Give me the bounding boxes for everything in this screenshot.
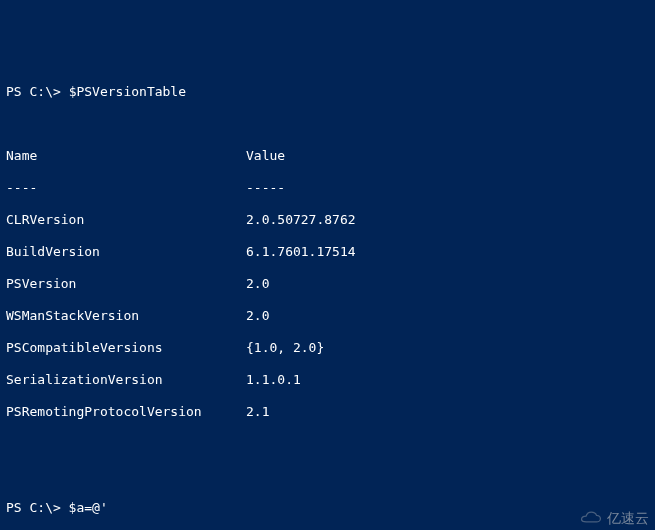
prompt-line: PS C:\> $PSVersionTable xyxy=(6,84,649,100)
watermark: 亿速云 xyxy=(577,510,649,526)
watermark-text: 亿速云 xyxy=(607,510,649,526)
blank-line xyxy=(6,116,649,132)
table-header: NameValue xyxy=(6,148,649,164)
table-row: CLRVersion2.0.50727.8762 xyxy=(6,212,649,228)
output-line: PS C:\> $a=@' xyxy=(6,500,649,516)
cloud-icon xyxy=(577,510,603,526)
output-line xyxy=(6,436,649,452)
table-row: SerializationVersion1.1.0.1 xyxy=(6,372,649,388)
output-line xyxy=(6,468,649,484)
table-row: PSCompatibleVersions{1.0, 2.0} xyxy=(6,340,649,356)
table-header-underline: --------- xyxy=(6,180,649,196)
table-row: PSRemotingProtocolVersion2.1 xyxy=(6,404,649,420)
table-row: PSVersion2.0 xyxy=(6,276,649,292)
table-row: BuildVersion6.1.7601.17514 xyxy=(6,244,649,260)
terminal-output[interactable]: PS C:\> $PSVersionTable NameValue ------… xyxy=(6,68,649,530)
table-row: WSManStackVersion2.0 xyxy=(6,308,649,324)
